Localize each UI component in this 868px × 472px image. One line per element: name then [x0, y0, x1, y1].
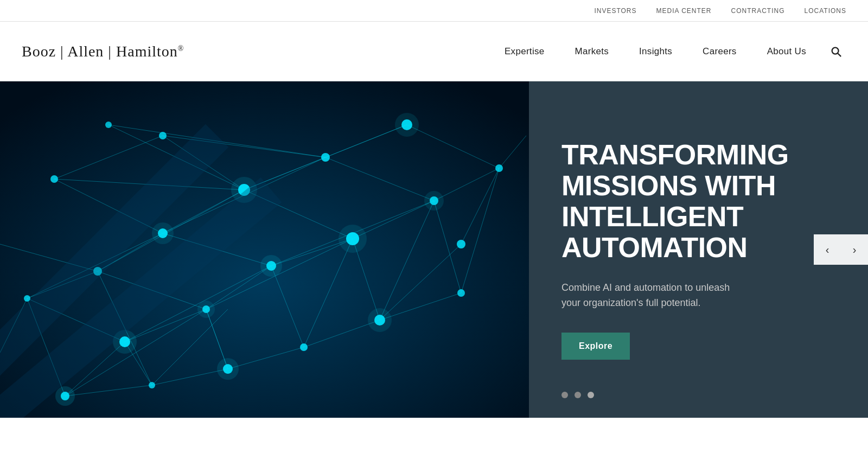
svg-line-1 [838, 53, 841, 56]
svg-point-76 [457, 289, 465, 297]
svg-point-70 [149, 382, 155, 388]
hero-section: TRANSFORMING MISSIONS WITH INTELLIGENT A… [0, 81, 868, 418]
investors-link[interactable]: INVESTORS [594, 7, 636, 15]
hero-title: TRANSFORMING MISSIONS WITH INTELLIGENT A… [561, 139, 841, 264]
svg-point-87 [105, 122, 112, 128]
svg-point-64 [260, 255, 282, 277]
search-icon [830, 46, 842, 58]
carousel-prev-button[interactable]: ‹ [814, 234, 841, 265]
svg-point-69 [495, 164, 503, 172]
hero-image [0, 81, 529, 418]
svg-point-85 [395, 113, 419, 137]
svg-point-66 [339, 225, 367, 253]
svg-point-0 [832, 47, 839, 54]
carousel-dot-3[interactable] [588, 392, 594, 398]
svg-point-89 [457, 240, 465, 248]
network-visualization [0, 81, 529, 418]
media-center-link[interactable]: MEDIA CENTER [656, 7, 712, 15]
carousel-dots [561, 392, 594, 398]
explore-button[interactable]: Explore [561, 333, 630, 360]
search-button[interactable] [826, 41, 846, 62]
nav-expertise[interactable]: Expertise [489, 46, 560, 57]
svg-point-62 [197, 301, 215, 318]
nav-links: Expertise Markets Insights Careers About… [489, 41, 846, 62]
main-nav: Booz | Allen | Hamilton® Expertise Marke… [0, 22, 868, 81]
nav-insights[interactable]: Insights [624, 46, 687, 57]
svg-point-88 [159, 132, 167, 139]
logo[interactable]: Booz | Allen | Hamilton® [22, 43, 184, 60]
svg-point-86 [50, 175, 58, 183]
svg-point-72 [217, 358, 239, 380]
hero-content: TRANSFORMING MISSIONS WITH INTELLIGENT A… [529, 81, 868, 418]
carousel-next-button[interactable]: › [841, 234, 868, 265]
svg-point-80 [152, 222, 174, 244]
svg-point-58 [55, 386, 75, 406]
utility-bar: INVESTORS MEDIA CENTER CONTRACTING LOCAT… [0, 0, 868, 22]
nav-about-us[interactable]: About Us [752, 46, 821, 57]
svg-point-75 [368, 308, 392, 332]
carousel-dot-1[interactable] [561, 392, 568, 398]
contracting-link[interactable]: CONTRACTING [731, 7, 785, 15]
svg-point-68 [424, 191, 444, 211]
hero-subtitle: Combine AI and automation to unleash you… [561, 280, 746, 311]
svg-point-83 [321, 153, 330, 162]
nav-markets[interactable]: Markets [560, 46, 624, 57]
carousel-dot-2[interactable] [575, 392, 581, 398]
carousel-arrows: ‹ › [814, 234, 868, 265]
nav-careers[interactable]: Careers [687, 46, 752, 57]
svg-point-73 [300, 343, 308, 351]
locations-link[interactable]: LOCATIONS [805, 7, 846, 15]
